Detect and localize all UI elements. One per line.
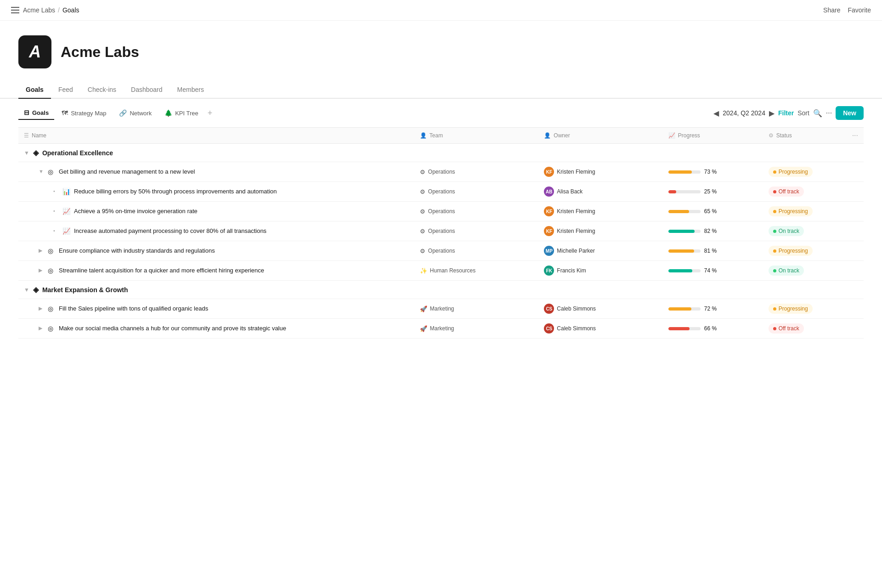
goal-status-cell: Progressing bbox=[763, 299, 847, 319]
progress-value: 25 % bbox=[704, 188, 717, 195]
goal-icon: 📈 bbox=[62, 208, 70, 215]
goal-bullet: • bbox=[53, 188, 59, 194]
period-prev-button[interactable]: ◀ bbox=[713, 109, 719, 118]
tab-feed[interactable]: Feed bbox=[51, 81, 80, 99]
progress-value: 73 % bbox=[704, 169, 717, 175]
table-row: • 📈 Achieve a 95% on-time invoice genera… bbox=[18, 202, 864, 221]
team-icon: ⚙ bbox=[420, 208, 425, 215]
progress-value: 65 % bbox=[704, 208, 717, 215]
goal-name-cell: ▼ ◎ Get billing and revenue management t… bbox=[18, 162, 414, 182]
goal-team-cell: ⚙ Operations bbox=[414, 221, 538, 241]
goal-title[interactable]: Reduce billing errors by 50% through pro… bbox=[74, 187, 277, 196]
avatar: KF bbox=[544, 206, 554, 216]
breadcrumb: Acme Labs / Goals bbox=[23, 6, 79, 14]
goal-chevron[interactable]: ▶ bbox=[39, 325, 44, 331]
group-icon: ◈ bbox=[33, 148, 39, 157]
team-name: Human Resources bbox=[430, 267, 475, 274]
avatar: CS bbox=[544, 304, 554, 314]
table-row: ▶ ◎ Make our social media channels a hub… bbox=[18, 319, 864, 339]
goal-more-cell bbox=[847, 162, 864, 182]
avatar: MP bbox=[544, 246, 554, 256]
status-badge: On track bbox=[769, 226, 804, 236]
goal-name-cell: • 📊 Reduce billing errors by 50% through… bbox=[18, 182, 414, 202]
team-name: Operations bbox=[428, 228, 455, 234]
goal-owner-cell: KF Kristen Fleming bbox=[538, 162, 662, 182]
goal-title[interactable]: Make our social media channels a hub for… bbox=[59, 324, 286, 333]
tab-goals[interactable]: Goals bbox=[18, 81, 51, 99]
goal-progress-cell: 82 % bbox=[663, 221, 763, 241]
status-badge: Progressing bbox=[769, 206, 813, 216]
view-tab-goals[interactable]: ⊟ Goals bbox=[18, 106, 54, 120]
goal-title[interactable]: Increase automated payment processing to… bbox=[74, 227, 266, 235]
more-options-button[interactable]: ··· bbox=[826, 109, 832, 117]
add-view-button[interactable]: + bbox=[206, 107, 215, 120]
tab-members[interactable]: Members bbox=[170, 81, 211, 99]
avatar: AB bbox=[544, 187, 554, 197]
column-more-button[interactable]: ··· bbox=[852, 131, 858, 140]
goal-owner-cell: MP Michelle Parker bbox=[538, 241, 662, 261]
goal-status-cell: Off track bbox=[763, 319, 847, 339]
period-next-button[interactable]: ▶ bbox=[769, 109, 775, 118]
view-tab-kpi-tree[interactable]: 🌲 KPI Tree bbox=[159, 107, 204, 119]
view-tab-network[interactable]: 🔗 Network bbox=[113, 107, 157, 119]
goal-bullet: • bbox=[53, 208, 59, 214]
goal-status-cell: On track bbox=[763, 221, 847, 241]
table-row: ▶ ◎ Ensure compliance with industry stan… bbox=[18, 241, 864, 261]
goal-name-cell: ▶ ◎ Streamline talent acquisition for a … bbox=[18, 261, 414, 281]
goal-chevron[interactable]: ▼ bbox=[39, 169, 44, 174]
status-badge: Off track bbox=[769, 323, 804, 334]
share-button[interactable]: Share bbox=[823, 6, 840, 14]
group-chevron[interactable]: ▼ bbox=[24, 287, 29, 293]
table-row: • 📊 Reduce billing errors by 50% through… bbox=[18, 182, 864, 202]
group-chevron[interactable]: ▼ bbox=[24, 150, 29, 156]
goal-name-cell: ▶ ◎ Fill the Sales pipeline with tons of… bbox=[18, 299, 414, 319]
view-tab-strategy-map[interactable]: 🗺 Strategy Map bbox=[56, 107, 112, 119]
goal-title[interactable]: Fill the Sales pipeline with tons of qua… bbox=[59, 305, 208, 313]
tab-dashboard[interactable]: Dashboard bbox=[124, 81, 170, 99]
owner-name: Kristen Fleming bbox=[557, 228, 595, 234]
goal-team-cell: ⚙ Operations bbox=[414, 162, 538, 182]
team-name: Operations bbox=[428, 188, 455, 195]
goal-status-cell: Progressing bbox=[763, 241, 847, 261]
goal-status-cell: Off track bbox=[763, 182, 847, 202]
col-header-owner: 👤Owner bbox=[538, 128, 662, 144]
goal-title[interactable]: Achieve a 95% on-time invoice generation… bbox=[74, 207, 198, 215]
goal-icon: 📊 bbox=[62, 188, 70, 195]
team-name: Operations bbox=[428, 169, 455, 175]
goal-chevron[interactable]: ▶ bbox=[39, 248, 44, 254]
progress-value: 82 % bbox=[704, 228, 717, 234]
goal-owner-cell: CS Caleb Simmons bbox=[538, 299, 662, 319]
col-header-name: ☰Name bbox=[18, 128, 414, 144]
goal-title[interactable]: Get billing and revenue management to a … bbox=[59, 168, 195, 176]
team-name: Operations bbox=[428, 248, 455, 254]
kpi-tree-icon: 🌲 bbox=[164, 109, 172, 117]
owner-name: Caleb Simmons bbox=[557, 325, 596, 332]
sort-button[interactable]: Sort bbox=[797, 109, 809, 117]
goal-icon: ◎ bbox=[48, 247, 55, 254]
new-button[interactable]: New bbox=[836, 106, 864, 120]
view-tab-goals-label: Goals bbox=[32, 109, 49, 116]
goal-progress-cell: 81 % bbox=[663, 241, 763, 261]
breadcrumb-org[interactable]: Acme Labs bbox=[23, 6, 55, 14]
org-name: Acme Labs bbox=[61, 44, 139, 61]
group-name-cell: ▼ ◈ Operational Excellence bbox=[18, 144, 864, 162]
team-icon: 🚀 bbox=[420, 325, 427, 332]
col-header-more: ··· bbox=[847, 128, 864, 144]
tab-checkins[interactable]: Check-ins bbox=[80, 81, 124, 99]
goal-more-cell bbox=[847, 202, 864, 221]
menu-icon[interactable] bbox=[11, 7, 19, 13]
goal-title[interactable]: Streamline talent acquisition for a quic… bbox=[59, 266, 264, 275]
progress-value: 72 % bbox=[704, 305, 717, 312]
goal-chevron[interactable]: ▶ bbox=[39, 305, 44, 311]
breadcrumb-page: Goals bbox=[62, 6, 79, 14]
favorite-button[interactable]: Favorite bbox=[848, 6, 871, 14]
team-icon: ⚙ bbox=[420, 248, 425, 254]
group-icon: ◈ bbox=[33, 285, 39, 294]
goal-team-cell: 🚀 Marketing bbox=[414, 299, 538, 319]
goal-title[interactable]: Ensure compliance with industry standard… bbox=[59, 247, 215, 255]
filter-button[interactable]: Filter bbox=[778, 109, 794, 117]
goal-chevron[interactable]: ▶ bbox=[39, 267, 44, 273]
period-label: 2024, Q2 2024 bbox=[723, 109, 765, 117]
avatar: KF bbox=[544, 167, 554, 177]
search-button[interactable]: 🔍 bbox=[813, 109, 822, 118]
